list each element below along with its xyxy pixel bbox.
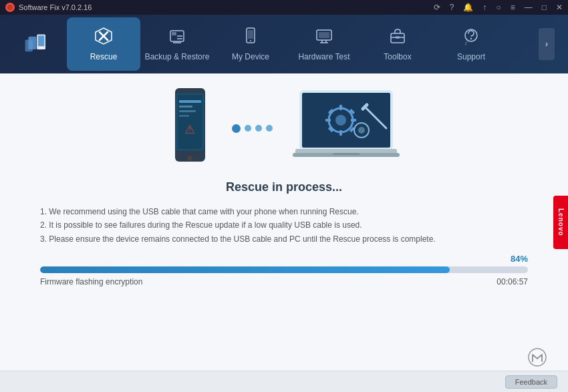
info-line-1: 1. We recommend using the USB cable that… xyxy=(40,205,528,218)
svg-text:⚠: ⚠ xyxy=(184,123,195,136)
dot-1 xyxy=(232,124,241,133)
nav-rescue-label: Rescue xyxy=(90,52,118,61)
svg-point-14 xyxy=(250,40,251,41)
nav-home[interactable] xyxy=(13,17,67,71)
user-icon[interactable]: ○ xyxy=(496,3,501,12)
connection-dots xyxy=(232,124,273,133)
device-icon xyxy=(241,27,260,48)
svg-rect-22 xyxy=(396,36,400,39)
svg-point-5 xyxy=(40,47,41,48)
nav-backup-label: Backup & Restore xyxy=(145,52,210,61)
dot-2 xyxy=(245,125,251,132)
svg-rect-30 xyxy=(179,110,196,112)
nav-rescue[interactable]: Rescue xyxy=(67,17,140,71)
minimize-btn[interactable]: — xyxy=(525,3,533,12)
svg-point-38 xyxy=(335,115,346,126)
svg-rect-39 xyxy=(339,105,342,110)
progress-time: 00:06:57 xyxy=(496,277,528,286)
maximize-btn[interactable]: □ xyxy=(542,3,547,12)
info-lines: 1. We recommend using the USB cable that… xyxy=(40,205,528,246)
settings-icon[interactable]: ≡ xyxy=(511,3,515,12)
svg-rect-40 xyxy=(339,130,342,136)
bell-icon[interactable]: 🔔 xyxy=(463,3,473,12)
info-line-3: 3. Please ensure the device remains conn… xyxy=(40,232,528,246)
nav-support-label: Support xyxy=(457,52,485,61)
svg-rect-19 xyxy=(319,32,329,38)
lenovo-badge[interactable]: Lenovo xyxy=(553,196,568,249)
svg-point-0 xyxy=(7,5,13,10)
titlebar-icons: ⟳ ? 🔔 ↑ ○ ≡ — □ ✕ xyxy=(434,3,563,12)
phone-graphic: ⚠ xyxy=(168,87,212,170)
svg-point-48 xyxy=(358,127,365,134)
nav-toolbox-label: Toolbox xyxy=(384,52,411,61)
svg-rect-29 xyxy=(179,106,192,108)
info-line-2: 2. It is possible to see failures during… xyxy=(40,218,528,232)
svg-rect-42 xyxy=(351,119,356,122)
svg-rect-9 xyxy=(172,32,176,35)
titlebar-left: Software Fix v7.0.2.16 xyxy=(5,3,92,12)
rescue-illustration: ⚠ xyxy=(168,87,400,170)
hardware-icon xyxy=(315,27,333,48)
svg-point-33 xyxy=(187,156,192,161)
svg-rect-27 xyxy=(178,95,202,149)
status-title: Rescue in process... xyxy=(226,180,342,194)
toolbox-icon xyxy=(388,27,407,48)
svg-rect-41 xyxy=(325,119,331,122)
sidebar-toggle[interactable]: › xyxy=(539,28,555,60)
nav-device-label: My Device xyxy=(232,52,269,61)
svg-rect-4 xyxy=(38,35,45,46)
nav-my-device[interactable]: My Device xyxy=(214,17,287,71)
svg-rect-53 xyxy=(333,153,360,155)
progress-header: 84% xyxy=(40,254,528,264)
nav-backup-restore[interactable]: Backup & Restore xyxy=(140,17,214,71)
svg-rect-13 xyxy=(248,30,253,39)
main-content: ⚠ xyxy=(0,73,568,371)
backup-icon xyxy=(168,27,186,48)
bottom-bar: Feedback xyxy=(0,371,568,392)
progress-label: Firmware flashing encryption xyxy=(40,277,142,286)
motorola-icon xyxy=(528,348,547,367)
progress-bar-fill xyxy=(40,266,450,273)
upload-icon[interactable]: ↑ xyxy=(482,3,486,12)
laptop-graphic xyxy=(293,87,400,170)
nav-support[interactable]: Support xyxy=(434,17,508,71)
app-title: Software Fix v7.0.2.16 xyxy=(19,3,92,11)
progress-bar-background xyxy=(40,266,528,273)
help-icon[interactable]: ? xyxy=(450,3,454,12)
top-navigation: Rescue Backup & Restore My Device xyxy=(0,15,568,73)
svg-point-54 xyxy=(529,349,546,366)
dot-3 xyxy=(255,125,262,132)
svg-point-24 xyxy=(470,38,472,39)
svg-rect-28 xyxy=(179,100,201,103)
svg-rect-2 xyxy=(28,37,36,49)
support-icon xyxy=(462,27,480,48)
nav-hardware-label: Hardware Test xyxy=(298,52,349,61)
progress-section: 84% Firmware flashing encryption 00:06:5… xyxy=(40,254,528,286)
svg-rect-31 xyxy=(179,115,189,117)
dot-4 xyxy=(266,125,273,132)
feedback-button[interactable]: Feedback xyxy=(505,375,557,389)
nav-toolbox[interactable]: Toolbox xyxy=(361,17,434,71)
app-icon xyxy=(5,3,15,12)
close-btn[interactable]: ✕ xyxy=(556,3,563,12)
rescue-icon xyxy=(94,27,113,48)
progress-percent: 84% xyxy=(511,254,528,264)
nav-hardware-test[interactable]: Hardware Test xyxy=(287,17,361,71)
update-icon[interactable]: ⟳ xyxy=(434,3,440,12)
titlebar: Software Fix v7.0.2.16 ⟳ ? 🔔 ↑ ○ ≡ — □ ✕ xyxy=(0,0,568,15)
progress-footer: Firmware flashing encryption 00:06:57 xyxy=(40,277,528,286)
